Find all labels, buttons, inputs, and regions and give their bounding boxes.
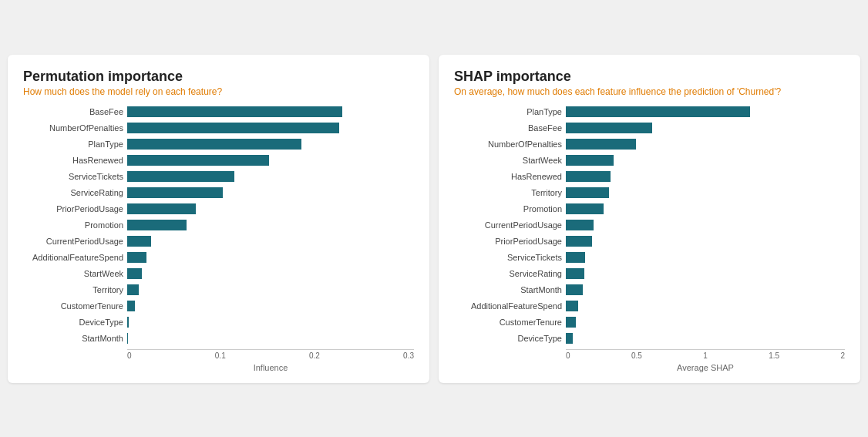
bar-fill: [566, 123, 652, 133]
bar-row: StartWeek: [23, 267, 414, 281]
bar-fill: [127, 203, 196, 214]
bar-wrap: [127, 268, 414, 279]
bar-wrap: [566, 317, 845, 328]
bar-fill: [566, 252, 585, 263]
bar-wrap: [127, 106, 414, 117]
bar-fill: [566, 317, 576, 328]
bar-label: AdditionalFeatureSpend: [454, 301, 562, 311]
x-tick: 1: [703, 351, 708, 360]
bar-row: HasRenewed: [454, 170, 845, 183]
x-tick: 0.5: [631, 351, 642, 360]
bar-wrap: [566, 106, 845, 117]
bar-fill: [127, 333, 128, 344]
bar-wrap: [127, 171, 414, 182]
shap-title-plain: SHAP: [454, 69, 496, 84]
bar-fill: [127, 284, 139, 295]
bar-row: Promotion: [23, 218, 414, 232]
bar-label: HasRenewed: [23, 156, 123, 165]
bar-row: PriorPeriodUsage: [23, 202, 414, 216]
bar-label: CustomerTenure: [454, 318, 562, 327]
bar-wrap: [566, 187, 845, 198]
bar-fill: [127, 139, 301, 150]
bar-row: Territory: [23, 283, 414, 297]
bar-label: StartMonth: [454, 285, 562, 294]
bar-fill: [566, 301, 578, 311]
bar-label: StartWeek: [23, 269, 123, 278]
bar-wrap: [127, 301, 414, 311]
bar-wrap: [566, 236, 845, 247]
bar-fill: [127, 236, 151, 247]
bar-wrap: [566, 139, 845, 150]
bar-label: AdditionalFeatureSpend: [23, 253, 123, 262]
bar-wrap: [566, 284, 845, 295]
bar-fill: [127, 268, 142, 279]
shap-title-bold: importance: [496, 69, 571, 84]
bar-wrap: [566, 252, 845, 263]
bar-label: PriorPeriodUsage: [454, 237, 562, 246]
bar-label: ServiceRating: [454, 269, 562, 278]
bar-row: NumberOfPenalties: [454, 137, 845, 151]
axis-area: 00.10.20.3: [23, 348, 414, 360]
bar-wrap: [127, 333, 414, 344]
bar-row: DeviceType: [23, 315, 414, 329]
x-axis-label: Average SHAP: [566, 363, 845, 372]
bar-wrap: [566, 203, 845, 214]
x-tick: 0.2: [309, 351, 320, 360]
x-axis-label: Influence: [127, 363, 414, 372]
shap-chart: PlanTypeBaseFeeNumberOfPenaltiesStartWee…: [454, 105, 845, 372]
bar-wrap: [127, 284, 414, 295]
bar-row: BaseFee: [454, 121, 845, 135]
main-container: Permutation importance How much does the…: [8, 55, 860, 383]
bar-label: CustomerTenure: [23, 301, 123, 311]
x-label-row: Influence: [23, 360, 414, 372]
bar-row: DeviceType: [454, 331, 845, 345]
shap-card: SHAP importance On average, how much doe…: [439, 55, 860, 383]
bar-fill: [127, 123, 339, 133]
permutation-title-plain: Permutation: [23, 69, 108, 84]
permutation-title-bold: importance: [108, 69, 183, 84]
bar-fill: [127, 106, 342, 117]
bar-wrap: [127, 252, 414, 263]
bar-fill: [127, 155, 269, 166]
bar-label: PlanType: [23, 140, 123, 149]
bar-wrap: [127, 317, 414, 328]
bar-row: StartMonth: [23, 331, 414, 345]
bar-wrap: [566, 171, 845, 182]
bar-fill: [566, 155, 614, 166]
bar-wrap: [566, 220, 845, 230]
bar-row: CurrentPeriodUsage: [454, 218, 845, 232]
bar-wrap: [127, 220, 414, 230]
bar-label: CurrentPeriodUsage: [23, 237, 123, 246]
bar-label: NumberOfPenalties: [23, 123, 123, 133]
bar-wrap: [566, 301, 845, 311]
permutation-card: Permutation importance How much does the…: [8, 55, 429, 383]
bar-fill: [566, 187, 609, 198]
bar-wrap: [566, 123, 845, 133]
bar-fill: [566, 171, 611, 182]
bar-row: CurrentPeriodUsage: [23, 234, 414, 248]
shap-title: SHAP importance: [454, 69, 845, 85]
bar-label: ServiceTickets: [454, 253, 562, 262]
x-tick: 0: [566, 351, 570, 360]
bar-fill: [566, 284, 583, 295]
bar-label: CurrentPeriodUsage: [454, 220, 562, 230]
bar-row: Promotion: [454, 202, 845, 216]
axis-area: 00.511.52: [454, 348, 845, 360]
permutation-subtitle: How much does the model rely on each fea…: [23, 86, 414, 97]
bar-row: NumberOfPenalties: [23, 121, 414, 135]
bar-label: HasRenewed: [454, 172, 562, 181]
x-tick: 0.1: [215, 351, 226, 360]
bar-label: PriorPeriodUsage: [23, 204, 123, 213]
bar-wrap: [127, 155, 414, 166]
bar-fill: [127, 301, 135, 311]
bar-wrap: [127, 139, 414, 150]
bar-label: Territory: [23, 285, 123, 294]
bar-label: DeviceType: [454, 334, 562, 343]
bar-label: ServiceTickets: [23, 172, 123, 181]
bar-fill: [566, 139, 636, 150]
bar-label: Promotion: [454, 204, 562, 213]
bar-row: PriorPeriodUsage: [454, 234, 845, 248]
bar-label: PlanType: [454, 107, 562, 116]
bar-row: AdditionalFeatureSpend: [454, 299, 845, 313]
bar-label: Territory: [454, 188, 562, 197]
